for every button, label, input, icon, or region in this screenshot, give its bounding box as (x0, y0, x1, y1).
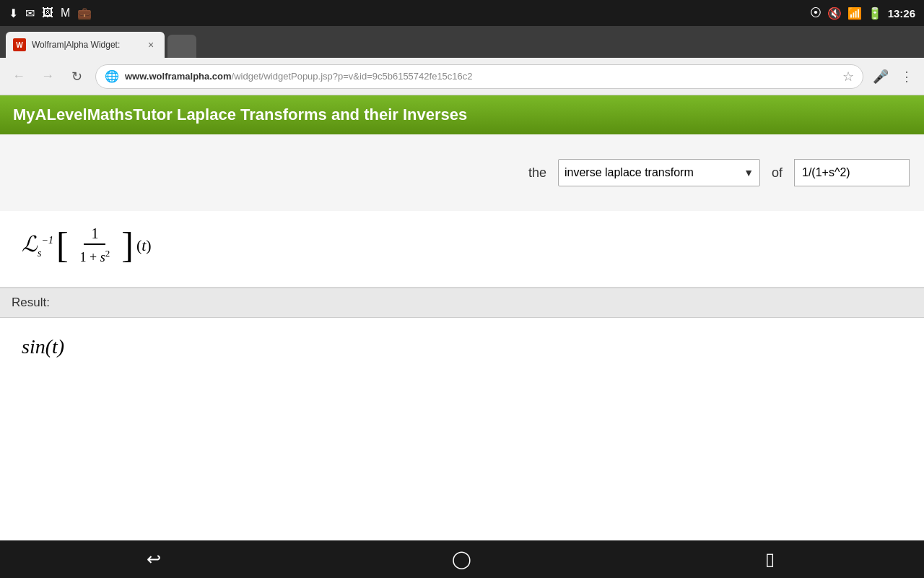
forward-button[interactable]: → (35, 64, 61, 90)
menu-button[interactable]: ⋮ (895, 65, 918, 88)
chevron-down-icon: ▼ (744, 167, 754, 178)
mute-icon: 🔇 (827, 7, 842, 20)
widget-body: the inverse laplace transform ▼ of 1/(1+… (0, 134, 924, 211)
result-label: Result: (12, 296, 50, 309)
fraction-denominator: 1 + s2 (74, 246, 116, 265)
star-icon[interactable]: ☆ (842, 69, 854, 85)
nav-bar: ← → ↻ 🌐 www.wolframalpha.com/widget/widg… (0, 58, 924, 95)
clock: 13:26 (888, 7, 915, 20)
page-content: MyALevelMathsTutor Laplace Transforms an… (0, 95, 924, 540)
home-nav-button[interactable]: ◯ (433, 545, 491, 574)
address-text: www.wolframalpha.com/widget/widgetPopup.… (125, 71, 837, 82)
home-nav-icon: ◯ (452, 549, 471, 569)
new-tab-placeholder[interactable] (167, 35, 196, 58)
back-nav-button[interactable]: ↩ (125, 545, 183, 574)
back-button[interactable]: ← (6, 64, 32, 90)
bottom-nav: ↩ ◯ ▯ (0, 540, 924, 578)
bluetooth-icon: ⦿ (810, 7, 821, 20)
download-icon: ⬇ (9, 7, 18, 20)
address-bar[interactable]: 🌐 www.wolframalpha.com/widget/widgetPopu… (95, 64, 863, 89)
widget-header: MyALevelMathsTutor Laplace Transforms an… (0, 95, 924, 134)
variable-t: (t) (136, 236, 152, 255)
tab-title: Wolfram|Alpha Widget: (32, 40, 139, 50)
microphone-button[interactable]: 🎤 (869, 65, 892, 88)
the-label: the (528, 165, 546, 181)
tab-bar: W Wolfram|Alpha Widget: × (0, 26, 924, 58)
status-bar-left: ⬇ ✉ 🖼 M 💼 (9, 7, 92, 20)
wifi-icon: 📶 (847, 7, 862, 20)
tab-favicon: W (13, 38, 26, 51)
transform-type-select[interactable]: inverse laplace transform ▼ (558, 159, 760, 186)
of-label: of (772, 165, 783, 181)
transform-type-text: inverse laplace transform (565, 166, 738, 179)
recents-nav-icon: ▯ (765, 549, 775, 569)
result-header: Result: (0, 288, 924, 318)
back-nav-icon: ↩ (147, 549, 161, 569)
bracket-open: [ (56, 229, 69, 262)
laplace-operator: ℒs−1 (22, 231, 53, 259)
bracket-close: ] (121, 229, 134, 262)
refresh-button[interactable]: ↻ (64, 64, 90, 90)
result-body: sin(t) (0, 318, 924, 376)
active-tab[interactable]: W Wolfram|Alpha Widget: × (6, 32, 165, 58)
image-icon: 🖼 (42, 7, 53, 20)
math-expression: ℒs−1 [ 1 1 + s2 ] (t) (22, 225, 152, 265)
math-display-area: ℒs−1 [ 1 1 + s2 ] (t) (0, 211, 924, 288)
widget-controls-row: the inverse laplace transform ▼ of 1/(1+… (14, 152, 910, 194)
briefcase-icon: 💼 (77, 7, 92, 20)
tab-close-button[interactable]: × (144, 38, 157, 51)
globe-icon: 🌐 (105, 69, 119, 83)
function-value: 1/(1+s^2) (802, 166, 850, 179)
gmail-icon: M (61, 7, 70, 20)
widget-title: MyALevelMathsTutor Laplace Transforms an… (13, 105, 467, 124)
status-bar-right: ⦿ 🔇 📶 🔋 13:26 (810, 7, 915, 20)
battery-icon: 🔋 (868, 7, 882, 20)
email-icon: ✉ (25, 7, 35, 20)
recents-nav-button[interactable]: ▯ (741, 545, 799, 574)
fraction-numerator: 1 (84, 225, 105, 245)
status-bar: ⬇ ✉ 🖼 M 💼 ⦿ 🔇 📶 🔋 13:26 (0, 0, 924, 26)
fraction: 1 1 + s2 (74, 225, 116, 265)
result-value: sin(t) (22, 335, 902, 358)
function-input[interactable]: 1/(1+s^2) (794, 159, 910, 186)
